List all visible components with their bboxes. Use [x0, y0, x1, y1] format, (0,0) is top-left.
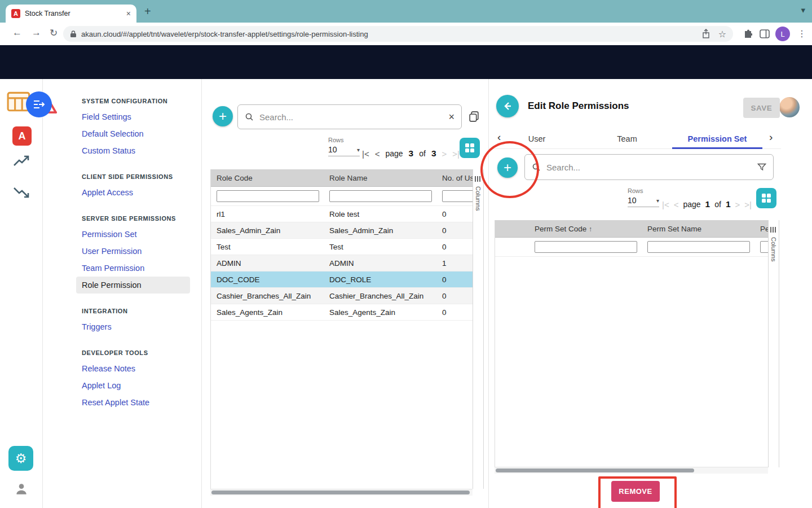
- table-row-selected[interactable]: DOC_CODE DOC_ROLE 0: [211, 271, 473, 288]
- remove-button[interactable]: REMOVE: [611, 481, 660, 502]
- settings-gear-button[interactable]: ⚙: [8, 446, 33, 471]
- sidebar-item-custom-status[interactable]: Custom Status: [76, 142, 190, 159]
- roles-hscrollbar[interactable]: [210, 489, 473, 496]
- editor-tabs: User Team Permission Set: [492, 129, 762, 149]
- table-row[interactable]: ADMIN ADMIN 1: [211, 255, 473, 271]
- grid-view-button[interactable]: [460, 138, 480, 158]
- tab-team[interactable]: Team: [582, 129, 672, 149]
- section-title: CLIENT SIDE PERMISSIONS: [76, 169, 190, 184]
- cell-role-name: Sales_Agents_Zain: [324, 308, 436, 317]
- prev-page-icon[interactable]: <: [674, 200, 679, 209]
- user-avatar[interactable]: [779, 97, 800, 117]
- chevron-down-icon[interactable]: ▾: [801, 5, 805, 15]
- first-page-icon[interactable]: |<: [662, 200, 669, 209]
- columns-toggle-strip[interactable]: Columns: [473, 169, 484, 489]
- tab-close-icon[interactable]: ×: [126, 9, 131, 18]
- columns-toggle-strip[interactable]: Columns: [768, 220, 779, 467]
- permission-table-header: Perm Set Code ↑ Perm Set Name Pe: [495, 220, 769, 238]
- filter-perm-set-name-input[interactable]: [647, 241, 750, 253]
- scroll-thumb[interactable]: [211, 491, 470, 494]
- cell-role-code: Sales_Agents_Zain: [211, 308, 324, 317]
- of-word: of: [714, 200, 721, 209]
- trend-down-icon[interactable]: [13, 186, 30, 199]
- sidebar-item-user-permission[interactable]: User Permission: [76, 243, 190, 260]
- cell-role-name: Test: [324, 243, 436, 251]
- tab-permission-set[interactable]: Permission Set: [672, 129, 762, 149]
- table-row[interactable]: rl1 Role test 0: [211, 206, 473, 222]
- prev-page-icon[interactable]: <: [375, 149, 380, 159]
- last-page-icon[interactable]: >|: [452, 149, 460, 159]
- browser-profile-avatar[interactable]: L: [775, 27, 790, 41]
- table-row[interactable]: Test Test 0: [211, 239, 473, 255]
- next-page-icon[interactable]: >: [442, 149, 447, 159]
- bookmark-star-icon[interactable]: ☆: [718, 29, 726, 40]
- filter-no-of-users-input[interactable]: [442, 190, 473, 202]
- sidebar-item-role-permission[interactable]: Role Permission: [76, 277, 190, 294]
- first-page-icon[interactable]: |<: [362, 149, 369, 159]
- filter-role-code-input[interactable]: [217, 190, 319, 202]
- roles-search-box: ×: [237, 104, 462, 129]
- tab-user[interactable]: User: [492, 129, 582, 149]
- rows-select[interactable]: 10 ▾: [328, 143, 360, 156]
- side-panel-icon[interactable]: [760, 29, 770, 38]
- filter-role-name-input[interactable]: [329, 190, 432, 202]
- copy-icon[interactable]: [468, 111, 480, 122]
- filter-funnel-icon[interactable]: [757, 163, 766, 172]
- sidebar-item-field-settings[interactable]: Field Settings: [76, 108, 190, 125]
- arrow-left-icon: [502, 101, 513, 111]
- browser-tab[interactable]: A Stock Transfer ×: [6, 5, 136, 23]
- next-page-icon[interactable]: >: [735, 200, 740, 209]
- permission-hscrollbar[interactable]: [495, 467, 768, 474]
- column-header-no-of-users[interactable]: No. of Us: [436, 174, 473, 182]
- sidebar-item-reset-applet-state[interactable]: Reset Applet State: [76, 394, 190, 411]
- filter-pe-input[interactable]: [760, 241, 769, 253]
- back-icon[interactable]: ←: [12, 27, 22, 38]
- screen: A Stock Transfer × + ▾ ← → ↻ akaun.cloud…: [0, 0, 812, 508]
- rows-label: Rows: [328, 137, 360, 143]
- column-header-role-name[interactable]: Role Name: [324, 174, 436, 182]
- sidebar-expand-button[interactable]: [26, 91, 52, 117]
- permission-search-input[interactable]: [545, 162, 757, 173]
- back-button[interactable]: [496, 95, 519, 117]
- pdf-export-icon[interactable]: A: [12, 126, 32, 146]
- add-permission-set-button[interactable]: +: [497, 157, 518, 178]
- grid-view-button[interactable]: [756, 188, 776, 208]
- sidebar-item-permission-set[interactable]: Permission Set: [76, 226, 190, 243]
- sidebar-item-team-permission[interactable]: Team Permission: [76, 260, 190, 277]
- column-header-role-code[interactable]: Role Code: [211, 174, 324, 182]
- tab-title: Stock Transfer: [25, 10, 123, 17]
- new-tab-button[interactable]: +: [144, 5, 151, 18]
- clear-search-icon[interactable]: ×: [448, 111, 454, 123]
- table-row[interactable]: Sales_Agents_Zain Sales_Agents_Zain 0: [211, 304, 473, 321]
- sidebar-item-default-selection[interactable]: Default Selection: [76, 125, 190, 142]
- profile-person-icon[interactable]: [14, 481, 29, 496]
- sidebar-item-triggers[interactable]: Triggers: [76, 318, 190, 335]
- roles-table: Role Code Role Name No. of Us rl1 Role t…: [210, 169, 473, 489]
- last-page-icon[interactable]: >|: [744, 200, 752, 209]
- extensions-puzzle-icon[interactable]: [742, 29, 752, 39]
- roles-search-input[interactable]: [258, 112, 448, 122]
- address-bar[interactable]: akaun.cloud/#/applet/tnt/wavelet/erp/sto…: [63, 26, 733, 42]
- kebab-menu-icon[interactable]: ⋮: [797, 28, 806, 39]
- rows-select[interactable]: 10 ▾: [628, 194, 659, 207]
- column-header-pe[interactable]: Pe: [754, 225, 769, 233]
- filter-perm-set-code-input[interactable]: [535, 241, 637, 253]
- sidebar-item-release-notes[interactable]: Release Notes: [76, 360, 190, 377]
- table-row[interactable]: Cashier_Branches_All_Zain Cashier_Branch…: [211, 288, 473, 304]
- scroll-thumb[interactable]: [496, 468, 694, 472]
- rail-divider: [42, 79, 43, 508]
- sidebar-item-applet-log[interactable]: Applet Log: [76, 377, 190, 394]
- add-role-button[interactable]: +: [213, 106, 233, 126]
- tabs-scroll-right-icon[interactable]: ›: [769, 131, 773, 143]
- save-button[interactable]: SAVE: [743, 98, 780, 118]
- sidebar-item-applet-access[interactable]: Applet Access: [76, 184, 190, 201]
- trend-up-icon[interactable]: [13, 155, 30, 167]
- column-header-perm-set-code[interactable]: Perm Set Code ↑: [529, 225, 642, 233]
- reload-icon[interactable]: ↻: [50, 27, 58, 39]
- cell-role-code: Cashier_Branches_All_Zain: [211, 292, 324, 300]
- table-row[interactable]: Sales_Admin_Zain Sales_Admin_Zain 0: [211, 222, 473, 239]
- column-header-perm-set-name[interactable]: Perm Set Name: [642, 225, 754, 233]
- share-icon[interactable]: [701, 29, 710, 39]
- search-icon: [532, 163, 541, 172]
- forward-icon[interactable]: →: [32, 27, 41, 38]
